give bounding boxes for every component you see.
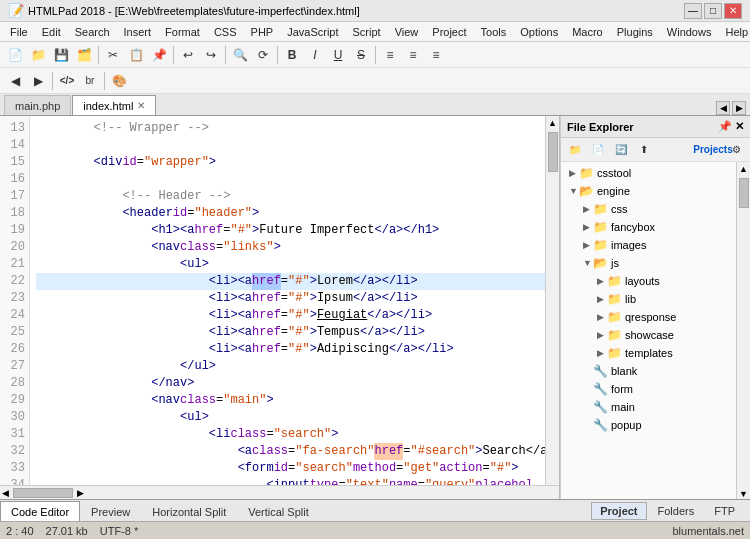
menu-item-php[interactable]: PHP	[245, 25, 280, 39]
horizontal-scrollbar[interactable]: ◀ ▶	[0, 485, 559, 499]
fe-expand-images[interactable]: ▶	[583, 240, 593, 250]
menu-item-view[interactable]: View	[389, 25, 425, 39]
save-button[interactable]: 💾	[50, 44, 72, 66]
fe-item-blank[interactable]: 🔧 blank	[561, 362, 736, 380]
menu-item-project[interactable]: Project	[426, 25, 472, 39]
tab-indexhtml[interactable]: index.html ✕	[72, 95, 156, 115]
strike-button[interactable]: S	[350, 44, 372, 66]
forward-button[interactable]: ▶	[27, 70, 49, 92]
tab-folders[interactable]: Folders	[649, 502, 704, 520]
fe-refresh-button[interactable]: 🔄	[610, 139, 632, 161]
menu-item-tools[interactable]: Tools	[475, 25, 513, 39]
fe-expand-css[interactable]: ▶	[583, 204, 593, 214]
redo-button[interactable]: ↪	[200, 44, 222, 66]
fe-scroll-down-icon[interactable]: ▼	[739, 489, 748, 499]
code-area[interactable]: 13 14 15 16 17 18 19 20 21 22 23 24 25 2…	[0, 116, 559, 485]
scroll-right-icon[interactable]: ▶	[77, 488, 84, 498]
menu-item-help[interactable]: Help	[719, 25, 750, 39]
fe-expand-lib[interactable]: ▶	[597, 294, 607, 304]
open-button[interactable]: 📁	[27, 44, 49, 66]
code-content[interactable]: <!-- Wrapper --> <div id="wrapper"> <!--…	[30, 116, 545, 485]
fe-item-main[interactable]: 🔧 main	[561, 398, 736, 416]
fe-item-css[interactable]: ▶ 📁 css	[561, 200, 736, 218]
menu-item-edit[interactable]: Edit	[36, 25, 67, 39]
tab-prev-button[interactable]: ◀	[716, 101, 730, 115]
tab-close-icon[interactable]: ✕	[137, 100, 145, 111]
underline-button[interactable]: U	[327, 44, 349, 66]
fe-scroll-up-icon[interactable]: ▲	[739, 164, 748, 174]
tag-button[interactable]: </>	[56, 70, 78, 92]
tab-horizontal-split[interactable]: Horizontal Split	[141, 501, 237, 521]
tab-vertical-split[interactable]: Vertical Split	[237, 501, 320, 521]
menu-item-search[interactable]: Search	[69, 25, 116, 39]
replace-button[interactable]: ⟳	[252, 44, 274, 66]
fe-projects-button[interactable]: Projects	[702, 139, 724, 161]
menu-item-css[interactable]: CSS	[208, 25, 243, 39]
fe-item-fancybox[interactable]: ▶ 📁 fancybox	[561, 218, 736, 236]
align-center-button[interactable]: ≡	[402, 44, 424, 66]
bold-button[interactable]: B	[281, 44, 303, 66]
fe-item-form[interactable]: 🔧 form	[561, 380, 736, 398]
fe-expand-templates[interactable]: ▶	[597, 348, 607, 358]
menu-item-format[interactable]: Format	[159, 25, 206, 39]
menu-item-javascript[interactable]: JavaScript	[281, 25, 344, 39]
copy-button[interactable]: 📋	[125, 44, 147, 66]
menu-item-macro[interactable]: Macro	[566, 25, 609, 39]
cut-button[interactable]: ✂	[102, 44, 124, 66]
fe-item-js[interactable]: ▼ 📂 js	[561, 254, 736, 272]
close-button[interactable]: ✕	[724, 3, 742, 19]
fe-item-images[interactable]: ▶ 📁 images	[561, 236, 736, 254]
align-right-button[interactable]: ≡	[425, 44, 447, 66]
menu-item-windows[interactable]: Windows	[661, 25, 718, 39]
italic-button[interactable]: I	[304, 44, 326, 66]
fe-pin-button[interactable]: 📌	[718, 120, 732, 133]
vertical-scrollbar[interactable]: ▲	[545, 116, 559, 485]
fe-item-showcase[interactable]: ▶ 📁 showcase	[561, 326, 736, 344]
maximize-button[interactable]: □	[704, 3, 722, 19]
tab-mainphp[interactable]: main.php	[4, 95, 71, 115]
align-left-button[interactable]: ≡	[379, 44, 401, 66]
fe-close-button[interactable]: ✕	[735, 120, 744, 133]
fe-new-file-button[interactable]: 📄	[587, 139, 609, 161]
fe-expand-qresponse[interactable]: ▶	[597, 312, 607, 322]
fe-expand-showcase[interactable]: ▶	[597, 330, 607, 340]
undo-button[interactable]: ↩	[177, 44, 199, 66]
fe-folder-up-button[interactable]: ⬆	[633, 139, 655, 161]
fe-new-folder-button[interactable]: 📁	[564, 139, 586, 161]
menu-item-plugins[interactable]: Plugins	[611, 25, 659, 39]
save-all-button[interactable]: 🗂️	[73, 44, 95, 66]
fe-item-templates[interactable]: ▶ 📁 templates	[561, 344, 736, 362]
paste-button[interactable]: 📌	[148, 44, 170, 66]
br-button[interactable]: br	[79, 70, 101, 92]
fe-settings-button[interactable]: ⚙	[725, 139, 747, 161]
scroll-thumb[interactable]	[548, 132, 558, 172]
tab-preview[interactable]: Preview	[80, 501, 141, 521]
color-button[interactable]: 🎨	[108, 70, 130, 92]
scroll-hthumb[interactable]	[13, 488, 73, 498]
fe-item-layouts[interactable]: ▶ 📁 layouts	[561, 272, 736, 290]
fe-expand-csstool[interactable]: ▶	[569, 168, 579, 178]
fe-expand-layouts[interactable]: ▶	[597, 276, 607, 286]
fe-item-qresponse[interactable]: ▶ 📁 qresponse	[561, 308, 736, 326]
menu-item-options[interactable]: Options	[514, 25, 564, 39]
new-button[interactable]: 📄	[4, 44, 26, 66]
menu-item-insert[interactable]: Insert	[118, 25, 158, 39]
fe-expand-js[interactable]: ▼	[583, 258, 593, 268]
back-button[interactable]: ◀	[4, 70, 26, 92]
fe-item-engine[interactable]: ▼ 📂 engine	[561, 182, 736, 200]
fe-expand-fancybox[interactable]: ▶	[583, 222, 593, 232]
fe-scroll-thumb[interactable]	[739, 178, 749, 208]
fe-vertical-scrollbar[interactable]: ▲ ▼	[736, 162, 750, 499]
fe-item-popup[interactable]: 🔧 popup	[561, 416, 736, 434]
scroll-up-icon[interactable]: ▲	[548, 118, 557, 128]
find-button[interactable]: 🔍	[229, 44, 251, 66]
tab-next-button[interactable]: ▶	[732, 101, 746, 115]
fe-item-csstool[interactable]: ▶ 📁 csstool	[561, 164, 736, 182]
tab-code-editor[interactable]: Code Editor	[0, 501, 80, 521]
menu-item-file[interactable]: File	[4, 25, 34, 39]
tab-project[interactable]: Project	[591, 502, 646, 520]
menu-item-script[interactable]: Script	[347, 25, 387, 39]
fe-item-lib[interactable]: ▶ 📁 lib	[561, 290, 736, 308]
tab-ftp[interactable]: FTP	[705, 502, 744, 520]
fe-expand-engine[interactable]: ▼	[569, 186, 579, 196]
